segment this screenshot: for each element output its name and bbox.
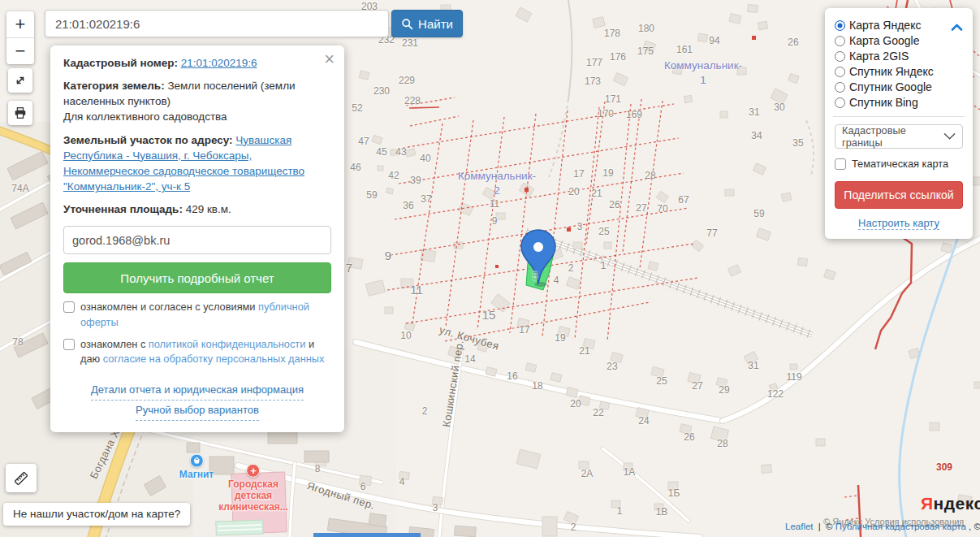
- cadastral-number-link[interactable]: 21:01:020219:6: [181, 57, 257, 69]
- base-layer-options: Карта Яндекс Карта Google Карта 2GIS Спу…: [835, 19, 963, 109]
- radio-icon: [835, 20, 845, 31]
- privacy-policy-link[interactable]: политикой конфиденциальности: [149, 338, 306, 350]
- layer-option-6[interactable]: Спутник Bing: [835, 96, 963, 109]
- leaflet-link[interactable]: Leaflet: [785, 522, 814, 531]
- printer-icon: [13, 106, 28, 120]
- radio-icon: [835, 36, 845, 46]
- offer-checkbox-label: ознакомлен и согласен с условиями публич…: [80, 300, 331, 330]
- email-input[interactable]: [63, 226, 331, 254]
- area-label: Уточненная площадь:: [63, 203, 183, 215]
- area-value: 429 кв.м.: [186, 203, 231, 215]
- search-button-label: Найти: [418, 17, 453, 31]
- cadastral-number-label: Кадастровый номер:: [63, 57, 178, 69]
- radio-icon: [835, 82, 845, 93]
- cadastral-map-app: 2032322312292302285217818094261771761751…: [0, 0, 980, 537]
- land-category-label: Категория земель:: [63, 80, 165, 92]
- customize-map-link[interactable]: Настроить карту: [858, 217, 939, 230]
- offer-checkbox[interactable]: [63, 301, 75, 313]
- radio-icon: [835, 67, 845, 77]
- layer-option-3[interactable]: Карта 2GIS: [835, 50, 963, 63]
- map-attribution: Leaflet | © Публичная кадастровая карта …: [785, 522, 980, 531]
- manual-select-link[interactable]: Ручной выбор вариантов: [136, 401, 259, 421]
- personal-data-link[interactable]: согласие на обработку персональных данны…: [103, 353, 325, 365]
- layer-option-1[interactable]: Карта Яндекс: [835, 19, 963, 32]
- radio-icon: [835, 97, 845, 108]
- privacy-checkbox[interactable]: [63, 339, 75, 350]
- ruler-icon: [12, 470, 30, 487]
- search-button[interactable]: Найти: [391, 10, 463, 37]
- parcel-info-panel: × Кадастровый номер: 21:01:020219:6 Кате…: [50, 45, 344, 432]
- overlay-select[interactable]: Кадастровые границы: [835, 124, 963, 149]
- address-label: Земельный участок по адресу:: [63, 134, 233, 146]
- layer-option-5[interactable]: Спутник Google: [835, 80, 963, 93]
- zoom-control: + −: [6, 11, 34, 64]
- land-use-value: Для коллективного садоводства: [63, 110, 227, 123]
- layer-option-4[interactable]: Спутник Яндекс: [835, 65, 963, 78]
- zoom-in-button[interactable]: +: [6, 11, 34, 37]
- radio-icon: [835, 51, 845, 62]
- search-icon: [401, 18, 413, 30]
- map-road-fragment: [313, 533, 421, 537]
- privacy-checkbox-label: ознакомлен с политикой конфиденциальност…: [80, 337, 331, 367]
- chevron-up-icon[interactable]: [951, 20, 963, 35]
- not-found-tooltip[interactable]: Не нашли участок/дом на карте?: [3, 503, 190, 526]
- measure-button[interactable]: [6, 464, 37, 492]
- yandex-logo[interactable]: Яндекс: [921, 494, 980, 513]
- fullscreen-button[interactable]: [8, 68, 32, 93]
- zoom-out-button[interactable]: −: [6, 38, 34, 64]
- report-details-link[interactable]: Детали отчета и юридическая информация: [91, 380, 304, 401]
- share-link-button[interactable]: Поделиться ссылкой: [835, 181, 963, 209]
- chevron-down-icon: [943, 132, 956, 141]
- search-input[interactable]: [45, 10, 389, 37]
- print-button[interactable]: [8, 101, 32, 125]
- pkk-link[interactable]: Публичная кадастровая карта: [835, 522, 966, 531]
- thematic-checkbox[interactable]: [835, 158, 846, 170]
- layer-option-2[interactable]: Карта Google: [835, 34, 963, 47]
- close-icon[interactable]: ×: [324, 50, 335, 68]
- search-bar: Найти: [45, 10, 463, 37]
- expand-icon: [13, 73, 28, 88]
- thematic-checkbox-label: Тематическая карта: [852, 157, 948, 172]
- get-report-button[interactable]: Получить подробный отчет: [63, 262, 331, 293]
- divider: [833, 116, 965, 117]
- layers-panel: Карта Яндекс Карта Google Карта 2GIS Спу…: [825, 8, 973, 239]
- overlay-select-value: Кадастровые границы: [842, 124, 943, 149]
